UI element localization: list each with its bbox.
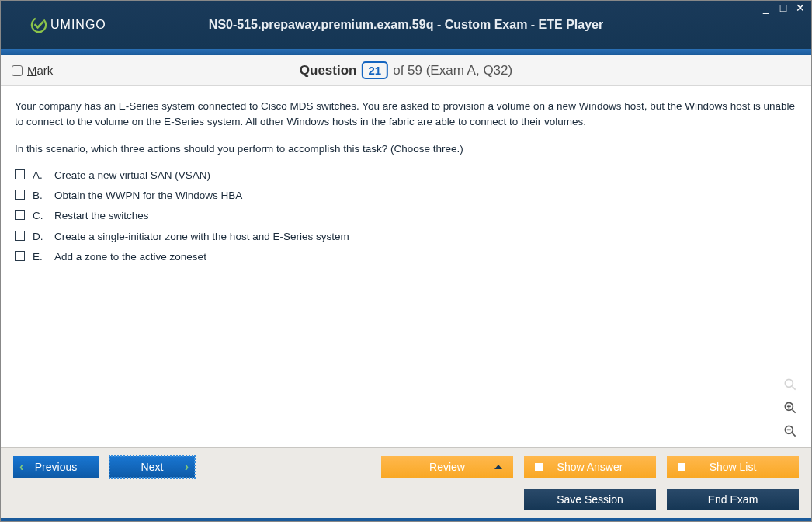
end-exam-button[interactable]: End Exam: [667, 489, 799, 510]
option-text: Restart the switches: [54, 208, 149, 224]
action-buttons: Review Show Answer Show List: [381, 456, 799, 478]
show-answer-button[interactable]: Show Answer: [524, 456, 656, 478]
option-a[interactable]: A. Create a new virtual SAN (VSAN): [15, 168, 797, 183]
option-e[interactable]: E. Add a zone to the active zoneset: [15, 249, 797, 265]
option-text: Add a zone to the active zoneset: [54, 249, 206, 265]
question-word: Question: [300, 63, 357, 78]
question-total: of 59 (Exam A, Q32): [393, 63, 512, 78]
question-paragraph-2: In this scenario, which three actions sh…: [15, 141, 797, 157]
svg-line-4: [793, 410, 796, 413]
search-icon[interactable]: [782, 376, 799, 393]
triangle-up-icon: [494, 465, 502, 469]
question-position: Question 21 of 59 (Exam A, Q32): [300, 61, 512, 79]
zoom-in-icon[interactable]: [782, 399, 799, 416]
mark-toggle[interactable]: Mark: [12, 64, 53, 77]
previous-button[interactable]: ‹ Previous: [13, 456, 99, 478]
logo-checkmark-icon: [30, 16, 47, 33]
mark-label: Mark: [27, 64, 53, 77]
header-divider: [1, 49, 811, 55]
next-button[interactable]: Next ›: [109, 456, 195, 478]
checkbox-icon: [15, 210, 25, 220]
square-icon: [678, 463, 685, 471]
footer-border: [1, 518, 811, 521]
maximize-button[interactable]: □: [777, 2, 789, 15]
square-icon: [535, 463, 543, 471]
titlebar: UMINGO NS0-515.prepaway.premium.exam.59q…: [1, 1, 811, 49]
svg-point-1: [785, 379, 793, 387]
svg-line-8: [793, 433, 796, 437]
option-letter: C.: [33, 208, 47, 224]
checkbox-icon: [15, 231, 25, 241]
question-bar: Mark Question 21 of 59 (Exam A, Q32): [1, 55, 811, 86]
nav-buttons: ‹ Previous Next ›: [13, 456, 195, 478]
button-label: Show Answer: [557, 461, 623, 473]
option-letter: B.: [33, 188, 47, 204]
zoom-out-icon[interactable]: [782, 423, 799, 440]
button-label: Next: [141, 461, 164, 473]
option-d[interactable]: D. Create a single-initiator zone with t…: [15, 229, 797, 245]
save-session-button[interactable]: Save Session: [524, 489, 656, 510]
logo-text: UMINGO: [50, 18, 106, 32]
mark-checkbox-icon: [12, 65, 23, 76]
window-controls: _ □ ✕: [760, 2, 807, 15]
option-letter: E.: [33, 249, 47, 265]
button-label: End Exam: [708, 493, 758, 506]
review-button[interactable]: Review: [381, 456, 513, 478]
button-label: Save Session: [557, 493, 623, 506]
button-label: Show List: [710, 461, 757, 473]
chevron-left-icon: ‹: [19, 460, 23, 474]
app-logo: UMINGO: [1, 16, 106, 33]
question-paragraph-1: Your company has an E-Series system conn…: [15, 99, 797, 130]
option-text: Create a single-initiator zone with the …: [54, 229, 349, 245]
checkbox-icon: [15, 169, 25, 179]
option-text: Create a new virtual SAN (VSAN): [54, 168, 210, 183]
question-number[interactable]: 21: [361, 61, 388, 79]
option-letter: D.: [33, 229, 47, 245]
zoom-controls: [782, 376, 799, 440]
button-label: Review: [429, 461, 465, 473]
close-button[interactable]: ✕: [794, 2, 807, 15]
show-list-button[interactable]: Show List: [667, 456, 799, 478]
option-c[interactable]: C. Restart the switches: [15, 208, 797, 224]
checkbox-icon: [15, 190, 25, 200]
option-b[interactable]: B. Obtain the WWPN for the Windows HBA: [15, 188, 797, 204]
bottom-toolbar: ‹ Previous Next › Review Show Answer Sho…: [1, 447, 811, 518]
svg-line-2: [793, 387, 796, 390]
checkbox-icon: [15, 251, 25, 261]
chevron-right-icon: ›: [185, 460, 189, 474]
option-letter: A.: [33, 168, 47, 183]
option-text: Obtain the WWPN for the Windows HBA: [54, 188, 242, 204]
button-label: Previous: [35, 461, 77, 473]
question-content: Your company has an E-Series system conn…: [1, 86, 811, 447]
minimize-button[interactable]: _: [760, 2, 772, 15]
options-list: A. Create a new virtual SAN (VSAN) B. Ob…: [15, 168, 797, 265]
window-title: NS0-515.prepaway.premium.exam.59q - Cust…: [209, 18, 603, 32]
